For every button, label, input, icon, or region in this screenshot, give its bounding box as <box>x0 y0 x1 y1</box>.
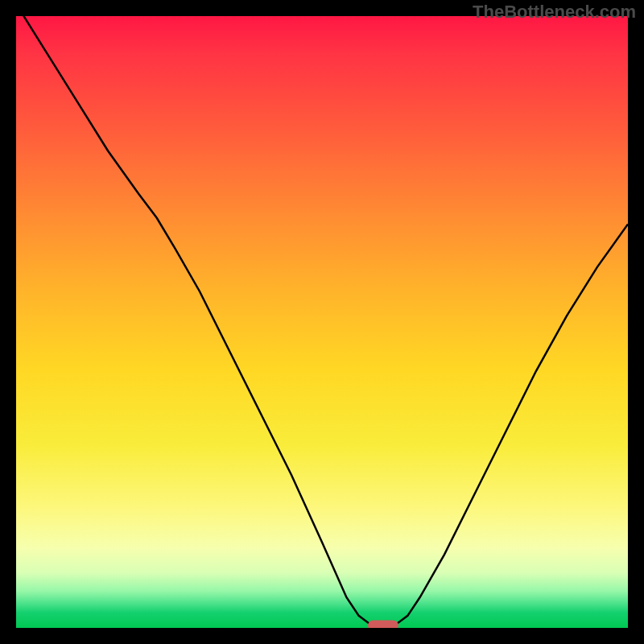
attribution-text: TheBottleneck.com <box>473 2 636 23</box>
bottleneck-curve <box>16 16 628 628</box>
optimal-marker <box>368 621 398 629</box>
plot-area <box>16 16 628 628</box>
